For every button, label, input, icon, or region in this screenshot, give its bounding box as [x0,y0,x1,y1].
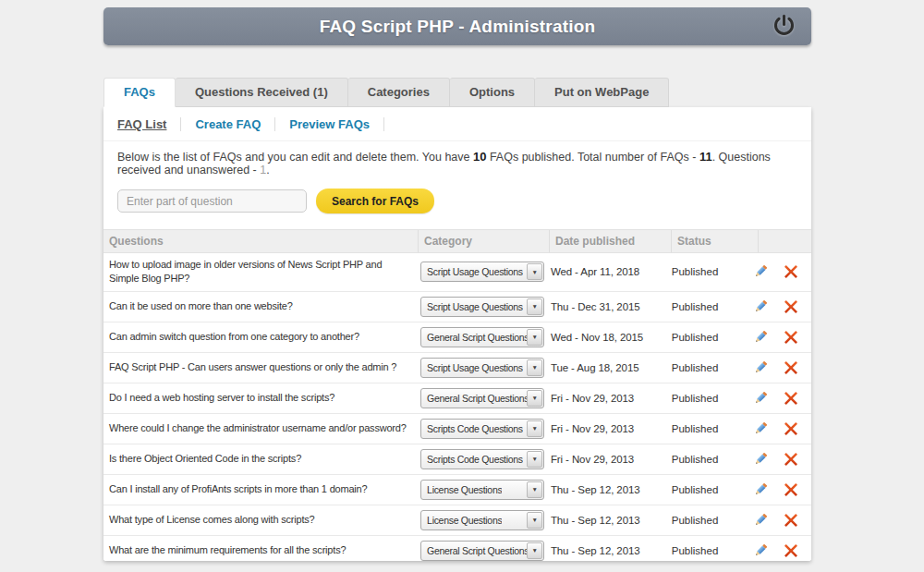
total-count: 11 [699,150,712,164]
row-actions [752,542,811,559]
column-header-actions [758,230,811,252]
category-select[interactable]: Script Usage Questions ▼ [420,297,544,317]
category-select[interactable]: Scripts Code Questions ▼ [420,419,544,439]
delete-x-icon [784,421,798,436]
delete-button[interactable] [783,359,799,376]
delete-button[interactable] [783,481,799,498]
faq-summary-text: Below is the list of FAQs and you can ed… [103,141,811,176]
category-select-value: License Questions [421,515,502,526]
question-text: FAQ Script PHP - Can users answer questi… [103,356,415,379]
column-header-category: Category [418,230,549,252]
date-published: Thu - Dec 31, 2015 [545,301,666,312]
tab-options[interactable]: Options [450,78,535,107]
column-header-status: Status [671,230,758,252]
main-tabs: FAQs Questions Received (1) Categories O… [103,78,669,107]
status-label: Published [666,515,752,526]
edit-button[interactable] [752,390,769,407]
chevron-down-icon[interactable]: ▼ [527,542,542,559]
search-input[interactable] [117,189,307,213]
question-text: Do I need a web hosting server to instal… [103,386,415,409]
table-row: Where could I change the administrator u… [103,414,811,444]
edit-button[interactable] [752,359,769,376]
delete-x-icon [784,482,798,497]
edit-button[interactable] [752,481,769,498]
status-label: Published [666,393,752,404]
app-header: FAQ Script PHP - Administration [103,7,811,45]
delete-button[interactable] [783,542,799,559]
subnav-preview-faqs[interactable]: Preview FAQs [289,117,370,131]
category-select-value: General Script Questions [421,393,527,404]
delete-button[interactable] [783,420,799,437]
chevron-down-icon[interactable]: ▼ [527,329,542,346]
category-select[interactable]: Script Usage Questions ▼ [420,262,544,282]
chevron-down-icon[interactable]: ▼ [527,263,542,280]
subnav-create-faq[interactable]: Create FAQ [195,117,261,131]
row-actions [752,512,811,529]
category-cell: Script Usage Questions ▼ [415,358,545,378]
table-row: Can admin switch question from one categ… [103,323,811,353]
chevron-down-icon[interactable]: ▼ [527,481,542,498]
edit-button[interactable] [752,451,769,468]
delete-button[interactable] [783,263,799,280]
category-select-value: General Script Questions [421,332,527,343]
category-cell: License Questions ▼ [415,480,545,500]
delete-button[interactable] [783,298,799,315]
category-select[interactable]: General Script Questions ▼ [420,327,544,347]
category-cell: Scripts Code Questions ▼ [415,419,545,439]
chevron-down-icon[interactable]: ▼ [527,420,542,437]
category-cell: General Script Questions ▼ [415,541,545,561]
status-label: Published [666,545,752,556]
category-select[interactable]: General Script Questions ▼ [420,541,544,561]
subnav-faq-list[interactable]: FAQ List [117,117,166,131]
delete-button[interactable] [783,512,799,529]
tab-put-on-webpage[interactable]: Put on WebPage [535,78,669,107]
delete-button[interactable] [783,390,799,407]
table-row: Can it be used on more than one website?… [103,292,811,323]
delete-x-icon [784,391,798,406]
tab-categories[interactable]: Categories [348,78,450,107]
category-select[interactable]: Script Usage Questions ▼ [420,358,544,378]
category-cell: License Questions ▼ [415,510,545,530]
tab-faqs[interactable]: FAQs [103,78,176,107]
row-actions [752,298,811,315]
column-header-questions: Questions [103,230,418,252]
edit-button[interactable] [752,542,769,559]
category-cell: Script Usage Questions ▼ [415,262,545,282]
question-text: What type of License comes along with sc… [103,508,415,531]
edit-button[interactable] [752,263,769,280]
edit-button[interactable] [752,512,769,529]
edit-button[interactable] [752,298,769,315]
edit-button[interactable] [752,420,769,437]
category-select[interactable]: License Questions ▼ [420,480,544,500]
question-text: Can admin switch question from one categ… [103,325,415,348]
delete-button[interactable] [783,451,799,468]
category-select[interactable]: Scripts Code Questions ▼ [420,449,544,469]
chevron-down-icon[interactable]: ▼ [527,512,542,529]
tab-questions-received[interactable]: Questions Received (1) [176,78,348,107]
table-row: How to upload image in older versions of… [103,253,811,292]
pencil-icon [752,542,769,559]
chevron-down-icon[interactable]: ▼ [527,359,542,376]
search-bar: Search for FAQs [103,176,811,225]
subnav-divider [180,117,181,131]
logout-button[interactable] [771,14,796,40]
chevron-down-icon[interactable]: ▼ [527,451,542,468]
status-label: Published [666,266,752,277]
category-select[interactable]: General Script Questions ▼ [420,388,544,408]
category-select-value: Script Usage Questions [421,362,523,373]
table-row: Is there Object Oriented Code in the scr… [103,444,811,475]
search-button[interactable]: Search for FAQs [316,189,434,213]
category-cell: Scripts Code Questions ▼ [415,449,545,469]
category-select-value: General Script Questions [421,545,527,556]
status-label: Published [666,454,752,465]
category-select[interactable]: License Questions ▼ [420,510,544,530]
category-cell: General Script Questions ▼ [415,327,545,347]
category-select-value: Script Usage Questions [421,301,523,312]
chevron-down-icon[interactable]: ▼ [527,298,542,315]
delete-button[interactable] [783,329,799,346]
pencil-icon [752,359,769,376]
table-row: Do I need a web hosting server to instal… [103,383,811,414]
chevron-down-icon[interactable]: ▼ [527,390,542,407]
pencil-icon [752,329,769,346]
edit-button[interactable] [752,329,769,346]
